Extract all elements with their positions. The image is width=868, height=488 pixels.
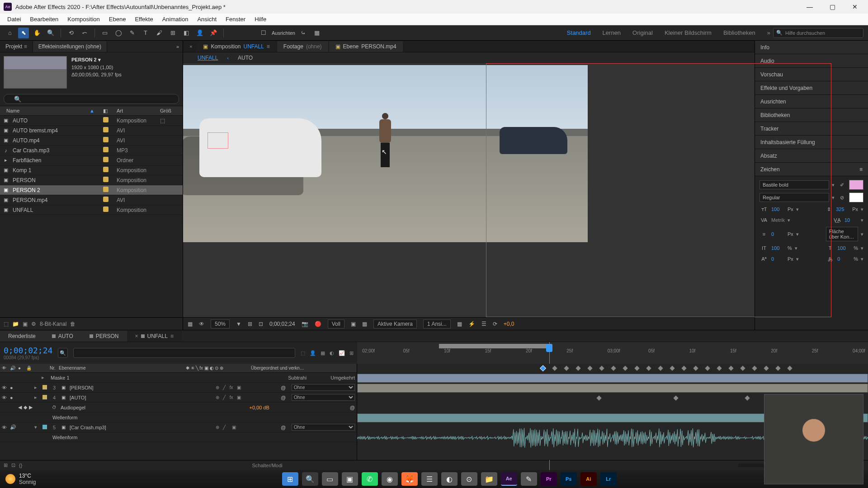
tab-effect-settings[interactable]: Effekteinstellungen (ohne) <box>33 41 107 52</box>
taskbar-app[interactable]: Pr <box>541 472 557 486</box>
ellipse-tool[interactable]: ◯ <box>113 28 124 38</box>
orbit-tool[interactable]: ⟲ <box>66 28 76 38</box>
tracker-region[interactable] <box>208 132 228 149</box>
menu-effects[interactable]: Effekte <box>130 14 157 24</box>
keyframe[interactable] <box>552 366 557 371</box>
close-button[interactable]: ✕ <box>851 3 859 11</box>
stopwatch-icon[interactable]: ⏱ <box>51 405 58 410</box>
item-label-color[interactable] <box>103 177 117 183</box>
camera-select[interactable]: Aktive Kamera <box>373 319 417 328</box>
keyframe[interactable] <box>540 366 545 371</box>
keyframe[interactable] <box>740 366 745 371</box>
channel-icon[interactable]: 🔴 <box>315 321 321 327</box>
visibility-toggle[interactable]: 👁 <box>2 425 8 430</box>
expand-arrow[interactable]: ▸ <box>34 385 41 390</box>
timeline-tab[interactable]: PERSON <box>81 331 127 342</box>
item-label-color[interactable] <box>103 117 117 124</box>
project-item[interactable]: ▣ PERSON.mp4 AVI <box>0 195 183 205</box>
stroke-mode-select[interactable]: Fläche über Kon… <box>826 227 858 241</box>
audio-toggle[interactable]: 🔊 <box>10 424 16 430</box>
keyframe[interactable] <box>670 366 675 371</box>
puppet-tool[interactable]: 📌 <box>208 28 219 38</box>
taskbar-app[interactable]: Ae <box>501 472 517 486</box>
workspace-original[interactable]: Original <box>632 29 653 36</box>
rotate-tool[interactable]: ⤺ <box>79 28 90 38</box>
subtab-unfall[interactable]: UNFALL <box>191 53 224 62</box>
motion-blur-icon[interactable]: ◐ <box>330 350 334 356</box>
item-label-color[interactable] <box>103 127 117 134</box>
tab-project[interactable]: Projekt ≡ <box>0 41 33 52</box>
workspace-libraries[interactable]: Bibliotheken <box>723 29 755 36</box>
transparency-icon[interactable]: ▦ <box>362 321 367 327</box>
visibility-toggle[interactable]: 👁 <box>2 395 8 400</box>
panel-paragraph[interactable]: Absatz <box>755 149 868 163</box>
layer-row[interactable]: ▸ Maske 1 Subtrahi Umgekehrt <box>0 373 357 383</box>
keyframe[interactable] <box>681 366 686 371</box>
keyframe[interactable] <box>658 366 663 371</box>
exposure-value[interactable]: +0,0 <box>504 321 514 327</box>
roto-tool[interactable]: 👤 <box>194 28 205 38</box>
pen-tool[interactable]: ✎ <box>127 28 137 38</box>
panel-contentaware[interactable]: Inhaltsbasierte Füllung <box>755 136 868 149</box>
font-family-select[interactable]: Bastile bold <box>760 180 829 189</box>
text-tool[interactable]: T <box>140 28 151 38</box>
tsume-value[interactable]: 0 <box>837 256 851 262</box>
workspace-smallscreen[interactable]: Kleiner Bildschirm <box>665 29 712 36</box>
panel-info[interactable]: Info <box>755 41 868 54</box>
font-size[interactable]: 100 <box>771 206 785 212</box>
panel-menu-icon[interactable]: ≡ <box>859 166 863 173</box>
project-item[interactable]: ▣ PERSON 2 Komposition <box>0 185 183 195</box>
taskbar-app[interactable]: ✆ <box>362 472 378 486</box>
refresh-icon[interactable]: ⟳ <box>493 321 497 327</box>
tab-close-icon[interactable]: × <box>186 44 196 49</box>
fill-color-swatch[interactable] <box>849 180 863 190</box>
project-item[interactable]: ♪ Car Crash.mp3 MP3 <box>0 145 183 155</box>
tracking-value[interactable]: 10 <box>844 217 858 223</box>
keyframe[interactable] <box>673 395 678 400</box>
timeline-timecode[interactable]: 0;00;02;24 <box>4 346 52 355</box>
project-item[interactable]: ▣ AUTO bremst.mp4 AVI <box>0 126 183 136</box>
item-label-color[interactable] <box>103 147 117 154</box>
nofill-icon[interactable]: ⊘ <box>837 193 846 202</box>
selection-tool[interactable]: ⬉ <box>18 28 29 38</box>
project-item[interactable]: ▣ Komp 1 Komposition <box>0 165 183 175</box>
keyframe[interactable] <box>717 366 722 371</box>
project-item[interactable]: ▣ AUTO.mp4 AVI <box>0 136 183 145</box>
grid-icon[interactable]: ⊞ <box>248 321 252 327</box>
eyedropper-icon[interactable]: ✐ <box>837 181 846 189</box>
keyframe[interactable] <box>623 366 627 371</box>
stamp-tool[interactable]: ⊞ <box>167 28 178 38</box>
views-select[interactable]: 1 Ansi... <box>423 319 451 328</box>
expand-icon[interactable]: {} <box>19 463 22 468</box>
viewer-tab-layer[interactable]: ▣ Ebene PERSON.mp4 <box>329 41 403 52</box>
keyframe[interactable] <box>752 366 757 371</box>
keyframe[interactable] <box>693 366 698 371</box>
maximize-button[interactable]: ▢ <box>828 3 836 11</box>
taskbar-app[interactable]: ⊞ <box>282 472 298 486</box>
toggle-switches-icon[interactable]: ⊞ <box>4 462 8 468</box>
brush-tool[interactable]: 🖌 <box>154 28 165 38</box>
parent-select[interactable]: Ohne <box>292 384 355 391</box>
keyframe[interactable] <box>611 366 616 371</box>
kerning-value[interactable]: Metrik <box>771 217 785 223</box>
timeline-tab[interactable]: Renderliste <box>0 331 44 342</box>
prev-keyframe-icon[interactable]: ◀ <box>18 404 22 410</box>
taskbar-app[interactable]: 🔍 <box>302 472 318 486</box>
taskbar-app[interactable]: ▣ <box>342 472 358 486</box>
item-label-color[interactable] <box>103 167 117 174</box>
workspace-learn[interactable]: Lernen <box>603 29 621 36</box>
vscale-value[interactable]: 100 <box>771 245 785 251</box>
keyframe[interactable] <box>634 366 639 371</box>
toggle-modes-icon[interactable]: ⊡ <box>11 462 15 468</box>
keyframe[interactable] <box>564 366 569 371</box>
keyframe[interactable] <box>587 366 592 371</box>
weather-widget[interactable]: 13°C Sonnig <box>5 473 36 485</box>
resolution-icon[interactable]: ▼ <box>236 321 241 327</box>
panel-libraries[interactable]: Bibliotheken <box>755 108 868 122</box>
project-search-input[interactable] <box>4 94 179 104</box>
timeline-search-input[interactable] <box>73 348 295 358</box>
new-comp-icon[interactable]: ▣ <box>23 321 28 327</box>
current-time[interactable]: 0;00;02;24 <box>269 321 295 327</box>
graph-editor-icon[interactable]: 📈 <box>339 350 345 356</box>
new-folder-icon[interactable]: 📁 <box>12 321 19 327</box>
